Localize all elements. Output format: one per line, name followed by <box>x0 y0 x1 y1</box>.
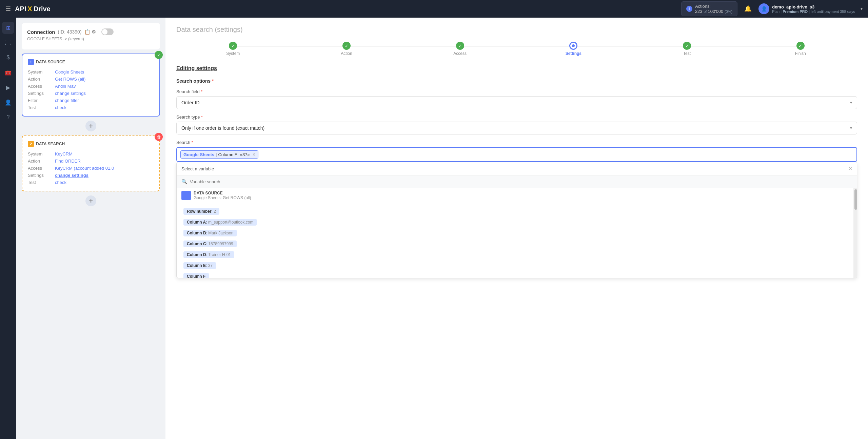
search-tag: Google Sheets | Column E: «37» × <box>180 150 258 159</box>
source-block-num: 1 <box>28 59 34 65</box>
table-row: Action Find ORDER <box>28 158 154 165</box>
tag-source: Google Sheets <box>183 152 214 157</box>
search-block-table: System KeyCRM Action Find ORDER Access K… <box>28 150 154 186</box>
logo-x: X <box>27 5 32 13</box>
avatar: 👤 <box>758 3 769 14</box>
variable-search-input[interactable] <box>190 179 852 184</box>
select-variable-label: Select a variable <box>181 166 214 171</box>
source-block-title: 1 DATA SOURCE <box>28 59 154 65</box>
source-check-icon: ✓ <box>155 51 163 59</box>
gear-icon[interactable]: ⚙ <box>92 29 96 35</box>
tag-close-icon[interactable]: × <box>253 152 255 157</box>
connection-toggle[interactable] <box>101 28 114 35</box>
bell-icon[interactable]: 🔔 <box>744 5 752 13</box>
add-button-1[interactable]: + <box>85 121 96 131</box>
search-tag-input[interactable]: Google Sheets | Column E: «37» × <box>176 147 857 162</box>
user-plan: Plan | Premium PRO | left until payment … <box>772 9 855 14</box>
step-circle-action: ✓ <box>342 42 351 50</box>
sidebar-item-help[interactable]: ? <box>2 111 14 123</box>
search-type-value: Only if one order is found (exact match) <box>181 125 264 131</box>
search-type-label: Search type * <box>176 114 857 120</box>
chevron-down-icon: ▾ <box>861 6 863 11</box>
actions-box: i Actions: 223 of 100'000 (0%) <box>681 1 737 16</box>
dropdown-scroll-inner: DATA SOURCE Google Sheets: Get ROWS (all… <box>177 188 853 278</box>
search-label: Search * <box>176 140 857 145</box>
user-name: demo_apix-drive_s3 <box>772 4 855 9</box>
search-options-label: Search options * <box>176 78 857 84</box>
connection-title: Connection (ID: 43390) 📋 ⚙ <box>27 28 155 35</box>
sidebar-item-account[interactable]: 👤 <box>2 96 14 108</box>
step-label-finish: Finish <box>795 51 806 56</box>
list-item[interactable]: Column C: 15789997999 <box>177 238 853 249</box>
delete-icon[interactable]: 🗑 <box>155 133 163 141</box>
select-variable-header: Select a variable × <box>177 162 857 175</box>
copy-icon[interactable]: 📋 <box>84 29 90 35</box>
source-block: ✓ 1 DATA SOURCE System Google Sheets Act… <box>22 54 160 117</box>
connection-icons: 📋 ⚙ <box>84 29 96 35</box>
table-row: Access Andrii Mav <box>28 83 154 90</box>
step-label-access: Access <box>453 51 467 56</box>
search-field-label: Search field * <box>176 89 857 94</box>
list-item[interactable]: Row number: 2 <box>177 206 853 217</box>
sidebar-item-home[interactable]: ⊞ <box>2 22 14 34</box>
user-info: demo_apix-drive_s3 Plan | Premium PRO | … <box>772 4 855 14</box>
table-row: System Google Sheets <box>28 68 154 76</box>
add-button-2[interactable]: + <box>85 195 96 206</box>
list-item[interactable]: Column B: Mark Jackson <box>177 228 853 238</box>
left-panel: Connection (ID: 43390) 📋 ⚙ GOOGLE SHEETS… <box>16 18 165 439</box>
menu-icon[interactable]: ☰ <box>5 5 11 13</box>
sidebar-item-billing[interactable]: $ <box>2 51 14 64</box>
sidebar: ⊞ ⋮⋮ $ 🧰 ▶ 👤 ? <box>0 18 16 439</box>
table-row: Settings change settings <box>28 172 154 179</box>
step-system: ✓ System <box>176 42 290 56</box>
search-field-select[interactable]: Order ID ▾ <box>176 96 857 109</box>
dropdown-items-list: Row number: 2 Column A: m_support@outloo… <box>177 203 853 278</box>
topnav: ☰ APIXDrive i Actions: 223 of 100'000 (0… <box>0 0 868 18</box>
dropdown-subtitle: Google Sheets: Get ROWS (all) <box>194 195 251 200</box>
list-item[interactable]: Column A: m_support@outlook.com <box>177 217 853 228</box>
scrollbar-thumb <box>854 189 857 210</box>
steps-row: ✓ System ✓ Action ✓ Access Settings ✓ Te… <box>176 42 857 56</box>
sidebar-item-tools[interactable]: 🧰 <box>2 66 14 79</box>
step-label-system: System <box>226 51 240 56</box>
main-layout: ⊞ ⋮⋮ $ 🧰 ▶ 👤 ? Connection (ID: 43390) 📋 … <box>0 18 868 439</box>
chevron-down-icon: ▾ <box>850 100 852 105</box>
step-circle-settings <box>569 42 577 50</box>
step-circle-system: ✓ <box>229 42 237 50</box>
connection-subtitle: GOOGLE SHEETS -> (keycrm) <box>27 37 155 41</box>
sidebar-item-media[interactable]: ▶ <box>2 81 14 93</box>
user-menu[interactable]: 👤 demo_apix-drive_s3 Plan | Premium PRO … <box>758 3 863 14</box>
logo-text: API <box>15 5 26 13</box>
close-icon[interactable]: × <box>849 166 852 172</box>
actions-text: Actions: 223 of 100'000 (0%) <box>695 4 732 14</box>
page-title: Data search (settings) <box>176 26 857 34</box>
scrollbar[interactable] <box>853 188 857 278</box>
editing-title: Editing settings <box>176 65 857 71</box>
info-icon: i <box>686 6 692 12</box>
search-block-num: 2 <box>28 141 34 147</box>
logo: APIXDrive <box>15 5 51 13</box>
variable-dropdown: Select a variable × 🔍 DATA SOURCE Google… <box>176 162 857 278</box>
search-icon: 🔍 <box>181 179 187 184</box>
step-label-action: Action <box>341 51 352 56</box>
list-item[interactable]: Column E: 37 <box>177 260 853 271</box>
step-test: ✓ Test <box>630 42 744 56</box>
sidebar-item-connections[interactable]: ⋮⋮ <box>2 37 14 49</box>
search-block-title: 2 DATA SEARCH <box>28 141 154 147</box>
table-row: Settings change settings <box>28 90 154 97</box>
connection-label: Connection <box>27 29 55 35</box>
list-item[interactable]: Column D: Trainer H-01 <box>177 249 853 260</box>
step-settings: Settings <box>517 42 630 56</box>
search-type-select[interactable]: Only if one order is found (exact match)… <box>176 122 857 134</box>
step-circle-test: ✓ <box>683 42 691 50</box>
step-access: ✓ Access <box>403 42 517 56</box>
variable-search-row: 🔍 <box>177 175 857 188</box>
chevron-down-icon: ▾ <box>850 126 852 130</box>
logo-drive: Drive <box>34 5 51 13</box>
table-row: Test check <box>28 179 154 186</box>
dropdown-scroll-wrap: DATA SOURCE Google Sheets: Get ROWS (all… <box>177 188 857 278</box>
step-label-settings: Settings <box>566 51 581 56</box>
table-row: Filter change filter <box>28 97 154 104</box>
list-item[interactable]: Column F <box>177 271 853 278</box>
source-block-table: System Google Sheets Action Get ROWS (al… <box>28 68 154 111</box>
